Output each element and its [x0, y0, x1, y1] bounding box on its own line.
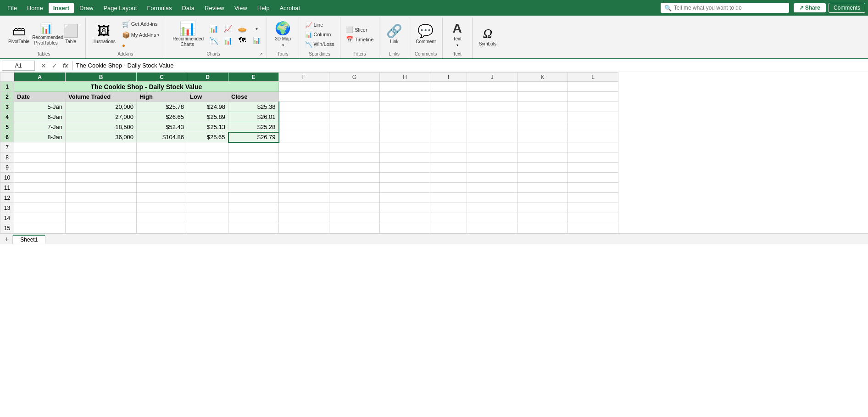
cell-h5[interactable]: [380, 122, 430, 132]
cell-h4[interactable]: [380, 112, 430, 122]
cell-l1[interactable]: [568, 82, 618, 92]
row-num-5[interactable]: 5: [0, 122, 14, 132]
cell-a3[interactable]: 5-Jan: [14, 102, 66, 112]
cell-c4[interactable]: $26.65: [137, 112, 187, 122]
col-header-c[interactable]: C: [137, 73, 187, 82]
cell-h1[interactable]: [380, 82, 430, 92]
cell-d4[interactable]: $25.89: [187, 112, 228, 122]
cell-j4[interactable]: [467, 112, 517, 122]
row-num-15[interactable]: 15: [0, 223, 14, 233]
col-header-j[interactable]: J: [467, 73, 517, 82]
row-num-3[interactable]: 3: [0, 102, 14, 112]
illustrations-button[interactable]: 🖼 Illustrations: [89, 23, 118, 46]
menu-item-page-layout[interactable]: Page Layout: [99, 3, 141, 13]
cell-g1[interactable]: [329, 82, 380, 92]
line-chart-button[interactable]: 📈: [222, 23, 234, 34]
cell-d3[interactable]: $24.98: [187, 102, 228, 112]
menu-item-home[interactable]: Home: [22, 3, 48, 13]
row-num-10[interactable]: 10: [0, 173, 14, 183]
menu-item-formulas[interactable]: Formulas: [142, 3, 176, 13]
table-button[interactable]: ⬜ Table: [60, 23, 82, 46]
cell-l5[interactable]: [568, 122, 618, 132]
row-num-2[interactable]: 2: [0, 92, 14, 102]
search-input[interactable]: [674, 5, 784, 11]
cell-d2[interactable]: Low: [187, 92, 228, 102]
cell-f1[interactable]: [279, 82, 329, 92]
cell-g2[interactable]: [329, 92, 380, 102]
pie-chart-button[interactable]: 🥧: [236, 23, 249, 34]
recommended-charts-button[interactable]: 📊 Recommended Charts: [169, 20, 206, 49]
cell-j3[interactable]: [467, 102, 517, 112]
maps-button[interactable]: 🗺: [236, 35, 249, 46]
cell-l6[interactable]: [568, 132, 618, 142]
cell-f2[interactable]: [279, 92, 329, 102]
col-header-f[interactable]: F: [279, 73, 329, 82]
area-chart-button[interactable]: 📊: [222, 35, 234, 46]
cell-c2[interactable]: High: [137, 92, 187, 102]
col-header-a[interactable]: A: [14, 73, 66, 82]
cell-g5[interactable]: [329, 122, 380, 132]
menu-item-view[interactable]: View: [230, 3, 252, 13]
cell-j6[interactable]: [467, 132, 517, 142]
column-sparkline-button[interactable]: 📊 Column: [303, 30, 336, 39]
cell-j5[interactable]: [467, 122, 517, 132]
cell-a1[interactable]: The Cookie Shop - Daily Stock Value: [14, 82, 279, 92]
cell-b6[interactable]: 36,000: [66, 132, 137, 142]
cell-e2[interactable]: Close: [228, 92, 279, 102]
col-header-d[interactable]: D: [187, 73, 228, 82]
comment-button[interactable]: 💬 Comment: [413, 23, 438, 46]
cell-i1[interactable]: [430, 82, 467, 92]
row-num-12[interactable]: 12: [0, 193, 14, 203]
cell-g3[interactable]: [329, 102, 380, 112]
cell-a6[interactable]: 8-Jan: [14, 132, 66, 142]
cell-k2[interactable]: [517, 92, 568, 102]
add-sheet-button[interactable]: +: [2, 236, 11, 243]
menu-item-insert[interactable]: Insert: [49, 3, 74, 13]
cell-g6[interactable]: [329, 132, 380, 142]
extra-addin-button[interactable]: ●: [120, 41, 161, 50]
cell-k5[interactable]: [517, 122, 568, 132]
charts-expand-icon[interactable]: ↗: [259, 52, 263, 56]
col-header-e[interactable]: E: [228, 73, 279, 82]
cell-d6[interactable]: $25.65: [187, 132, 228, 142]
cell-b3[interactable]: 20,000: [66, 102, 137, 112]
confirm-formula-icon[interactable]: ✓: [50, 62, 59, 69]
cell-i6[interactable]: [430, 132, 467, 142]
get-addins-button[interactable]: 🛒 Get Add-ins: [120, 19, 161, 28]
row-num-1[interactable]: 1: [0, 82, 14, 92]
cell-k1[interactable]: [517, 82, 568, 92]
cell-l3[interactable]: [568, 102, 618, 112]
menu-item-data[interactable]: Data: [178, 3, 199, 13]
cell-f6[interactable]: [279, 132, 329, 142]
cancel-formula-icon[interactable]: ✕: [39, 62, 48, 69]
cell-l4[interactable]: [568, 112, 618, 122]
cell-b5[interactable]: 18,500: [66, 122, 137, 132]
cell-e4[interactable]: $26.01: [228, 112, 279, 122]
my-addins-button[interactable]: 📦 My Add-ins ▾: [120, 30, 161, 39]
insert-function-icon[interactable]: fx: [61, 62, 70, 69]
row-num-14[interactable]: 14: [0, 213, 14, 223]
recommended-pivot-tables-button[interactable]: 📊 Recommended PivotTables: [34, 22, 58, 48]
cell-c3[interactable]: $25.78: [137, 102, 187, 112]
cell-b2[interactable]: Volume Traded: [66, 92, 137, 102]
cell-a4[interactable]: 6-Jan: [14, 112, 66, 122]
row-num-4[interactable]: 4: [0, 112, 14, 122]
col-header-i[interactable]: I: [430, 73, 467, 82]
cell-g4[interactable]: [329, 112, 380, 122]
cell-l2[interactable]: [568, 92, 618, 102]
text-button[interactable]: A Text ▾: [446, 20, 468, 49]
cell-c6[interactable]: $104.86: [137, 132, 187, 142]
cell-i2[interactable]: [430, 92, 467, 102]
col-header-h[interactable]: H: [380, 73, 430, 82]
charts-dropdown-button[interactable]: ▾: [250, 23, 263, 34]
cell-k6[interactable]: [517, 132, 568, 142]
comments-button[interactable]: Comments: [829, 3, 865, 13]
cell-i4[interactable]: [430, 112, 467, 122]
cell-d5[interactable]: $25.13: [187, 122, 228, 132]
cell-c5[interactable]: $52.43: [137, 122, 187, 132]
bar-chart-button[interactable]: 📊: [207, 23, 220, 34]
name-box[interactable]: [2, 61, 35, 71]
win-loss-sparkline-button[interactable]: 📉 Win/Loss: [303, 40, 336, 49]
share-button[interactable]: ↗ Share: [794, 3, 826, 12]
pivot-chart-button[interactable]: 📊: [250, 35, 263, 46]
